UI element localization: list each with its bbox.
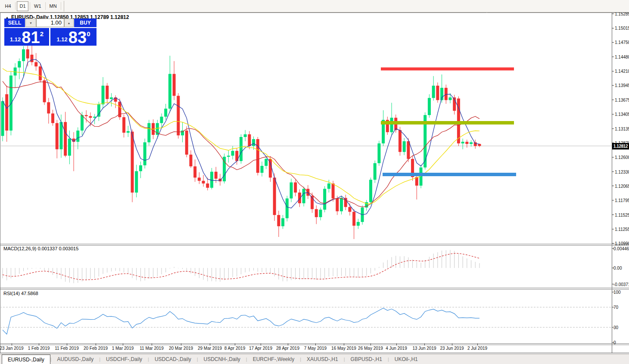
date-axis-label: 28 Apr 2019 <box>276 346 299 351</box>
rsi-line <box>3 308 480 334</box>
symbol-tab-eurusddaily[interactable]: EURUSD-,Daily <box>2 355 50 364</box>
price-axis-label: 1.15015 <box>615 26 629 31</box>
ask-big-digits: 83 <box>69 29 87 46</box>
date-axis-label: 26 May 2019 <box>358 346 383 351</box>
volume-decrease-button[interactable]: ▼ <box>25 19 36 27</box>
symbol-tab-ukoilh1[interactable]: UKOil-,H1 <box>389 355 423 364</box>
timeframe-button-h4[interactable]: H4 <box>2 1 14 11</box>
price-axis-label: 1.13675 <box>615 97 629 102</box>
rsi-axis-label: 70 <box>613 305 618 310</box>
price-axis-label: 1.11525 <box>615 212 629 217</box>
price-axis-label: 1.10990 <box>615 241 629 246</box>
macd-axis-label: 0.004465 <box>613 246 629 251</box>
date-axis-label: 17 Apr 2019 <box>249 346 272 351</box>
timeframe-button-d1[interactable]: D1 <box>17 1 28 11</box>
symbol-tab-usdcnhdaily[interactable]: USDCNH-,Daily <box>198 355 246 364</box>
price-axis-label: 1.13945 <box>615 83 629 88</box>
macd-axis-label: 0.00 <box>613 266 622 271</box>
rsi-axis-label: 30 <box>613 325 618 330</box>
symbol-tab-xauusdh1[interactable]: XAUUSD-,H1 <box>301 355 344 364</box>
price-axis-label: 1.12065 <box>615 184 629 188</box>
bid-pip-digit: 2 <box>40 30 44 37</box>
date-axis-label: 20 Mar 2019 <box>169 346 193 351</box>
volume-input[interactable]: 1.00 <box>36 19 64 27</box>
ask-pip-digit: 0 <box>87 30 90 37</box>
symbol-tab-bar: EURUSD-,Daily|AUDUSD-,Daily|USDCHF-,Dail… <box>0 354 629 364</box>
mt4-window: H4D1W1MN ▲EURUSD-,Daily 1.12850 1.12853 … <box>0 0 629 364</box>
ask-prefix: 1.12 <box>57 36 68 43</box>
price-axis-label: 1.11795 <box>615 198 629 203</box>
rsi-axis-label: 100 <box>613 290 621 295</box>
price-axis-label: 1.13405 <box>615 112 629 117</box>
chart-area[interactable] <box>0 0 629 364</box>
date-axis-label: 13 Jun 2019 <box>412 346 436 351</box>
sell-button[interactable]: SELL <box>4 19 25 27</box>
current-price-tag: 1.12812 <box>612 143 629 149</box>
bid-quote-button[interactable]: 1.12 81 2 <box>4 28 49 46</box>
toolbar-separator <box>30 2 30 10</box>
symbol-tab-gbpusdh1[interactable]: GBPUSD-,H1 <box>345 355 388 364</box>
timeframe-button-mn[interactable]: MN <box>47 1 59 11</box>
timeframe-toolbar: H4D1W1MN <box>0 0 629 12</box>
price-axis-label: 1.14750 <box>615 40 629 45</box>
symbol-tab-usdchfdaily[interactable]: USDCHF-,Daily <box>100 355 148 364</box>
date-axis-label: 11 Mar 2019 <box>140 346 163 351</box>
toolbar-separator <box>61 2 61 10</box>
macd-axis-label: -0.003715 <box>613 282 629 286</box>
timeframe-button-w1[interactable]: W1 <box>31 1 44 11</box>
date-axis-label: 4 Jun 2019 <box>386 346 407 351</box>
rsi-axis-label: 0 <box>613 340 616 345</box>
date-axis-label: 23 Jun 2019 <box>440 346 464 351</box>
symbol-tab-eurchfweekly[interactable]: EURCHF-,Weekly <box>247 355 300 364</box>
date-axis-label: 2 Jul 2019 <box>467 346 487 351</box>
price-axis-label: 1.14480 <box>615 54 629 59</box>
price-axis-label: 1.13135 <box>615 126 629 131</box>
date-axis-label: 16 May 2019 <box>331 346 356 351</box>
toolbar-group-separator <box>64 1 64 12</box>
macd-indicator-label: MACD(12,26,9) 0.001337 0.003015 <box>3 246 78 251</box>
price-axis-label: 1.11255 <box>615 227 629 232</box>
symbol-tab-audusddaily[interactable]: AUDUSD-,Daily <box>52 355 100 364</box>
date-axis-label: 11 Feb 2019 <box>55 346 78 351</box>
toolbar-separator <box>15 2 16 10</box>
rsi-indicator-label: RSI(14) 47.5868 <box>3 291 38 296</box>
date-axis-label: 20 Feb 2019 <box>84 346 108 351</box>
ask-quote-button[interactable]: 1.12 83 0 <box>50 28 97 46</box>
toolbar-separator <box>45 2 46 10</box>
date-axis-label: 1 Mar 2019 <box>112 346 134 351</box>
date-axis-label: 7 May 2019 <box>304 346 327 351</box>
price-axis-label: 1.12330 <box>615 169 629 174</box>
date-axis-label: 8 Apr 2019 <box>224 346 245 351</box>
bid-prefix: 1.12 <box>10 36 21 43</box>
bid-big-digits: 81 <box>22 29 40 46</box>
price-axis-label: 1.12600 <box>615 155 629 160</box>
date-axis-label: 29 Mar 2019 <box>198 346 222 351</box>
volume-increase-button[interactable]: ▲ <box>64 19 74 27</box>
macd-signal-line <box>3 253 480 280</box>
date-axis-label: 1 Feb 2019 <box>28 346 50 351</box>
price-axis-label: 1.14210 <box>615 69 629 74</box>
symbol-tab-usdcaddaily[interactable]: USDCAD-,Daily <box>149 355 197 364</box>
buy-button[interactable]: BUY <box>74 19 97 27</box>
date-axis-label: 23 Jan 2019 <box>0 346 24 351</box>
